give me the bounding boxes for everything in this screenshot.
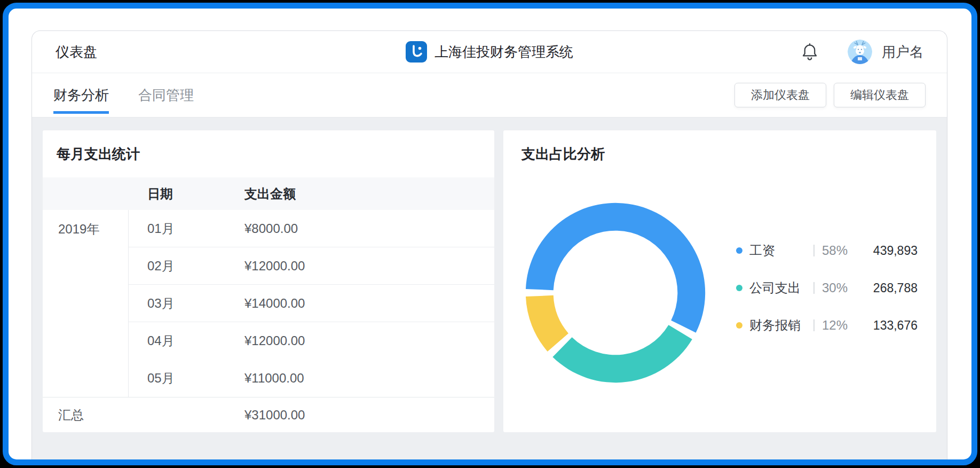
header-right: 用户名 (801, 40, 923, 64)
legend-item-finance-reimbursement[interactable]: 财务报销 12% 133,676 (736, 314, 918, 337)
cell-month: 01月 (147, 220, 244, 237)
brand: 上海佳投财务管理系统 (406, 41, 573, 63)
header: 仪表盘 上海佳投财务管理系统 (32, 31, 947, 73)
legend-value: 133,676 (873, 318, 918, 333)
summary-amount: ¥31000.00 (244, 408, 305, 423)
notification-bell-icon[interactable] (801, 42, 819, 61)
add-dashboard-button[interactable]: 添加仪表盘 (734, 83, 826, 107)
legend-divider (813, 319, 815, 331)
table-rows: 01月 ¥8000.00 02月 ¥12000.00 03月 ¥14000.00 (129, 210, 494, 397)
avatar[interactable] (848, 40, 872, 64)
legend-dot (736, 285, 742, 291)
legend-dot (736, 322, 742, 329)
app-logo-icon (406, 41, 427, 63)
tab-label: 财务分析 (53, 86, 109, 105)
summary-label: 汇总 (58, 407, 244, 424)
legend-percent: 30% (822, 280, 859, 295)
legend-label: 公司支出 (749, 279, 813, 297)
table-row: 05月 ¥11000.00 (129, 360, 494, 397)
page-title: 仪表盘 (56, 43, 97, 61)
monthly-expense-card: 每月支出统计 日期 支出金额 2019年 01月 ¥8000.00 02月 (43, 130, 494, 432)
cell-month: 02月 (147, 258, 244, 275)
dashboard-actions: 添加仪表盘 编辑仪表盘 (734, 83, 926, 107)
cell-amount: ¥14000.00 (244, 296, 305, 311)
content-area: 每月支出统计 日期 支出金额 2019年 01月 ¥8000.00 02月 (32, 117, 947, 459)
legend-label: 财务报销 (749, 317, 813, 334)
app-name: 上海佳投财务管理系统 (434, 43, 573, 61)
tabs: 财务分析 合同管理 (53, 73, 194, 117)
cell-amount: ¥11000.00 (244, 371, 304, 386)
username[interactable]: 用户名 (882, 43, 923, 61)
legend-value: 268,788 (873, 281, 918, 295)
legend-divider (813, 245, 815, 256)
legend-value: 439,893 (873, 244, 918, 258)
legend-item-company-expense[interactable]: 公司支出 30% 268,788 (736, 276, 918, 300)
table-header: 日期 支出金额 (43, 177, 494, 210)
chart-legend: 工资 58% 439,893 公司支出 30% 268,788 (736, 239, 918, 337)
legend-dot (736, 247, 742, 254)
tab-contract-management[interactable]: 合同管理 (138, 73, 194, 117)
table-row: 02月 ¥12000.00 (129, 247, 494, 285)
summary-row: 汇总 ¥31000.00 (43, 397, 494, 432)
legend-item-salary[interactable]: 工资 58% 439,893 (736, 239, 918, 262)
column-header-amount: 支出金额 (244, 185, 296, 202)
year-cell: 2019年 (43, 210, 129, 397)
expense-ratio-card: 支出占比分析 工资 58% 439,893 公司支出 30% (503, 130, 936, 432)
legend-percent: 12% (822, 318, 859, 333)
cell-amount: ¥8000.00 (244, 221, 298, 236)
table-body: 2019年 01月 ¥8000.00 02月 ¥12000.00 03月 ¥14 (43, 210, 494, 397)
cell-month: 04月 (147, 332, 244, 349)
card-title: 支出占比分析 (503, 130, 936, 163)
tab-financial-analysis[interactable]: 财务分析 (53, 73, 109, 117)
table-row: 01月 ¥8000.00 (129, 210, 494, 247)
cell-amount: ¥12000.00 (244, 259, 305, 274)
cell-amount: ¥12000.00 (244, 333, 305, 348)
table-row: 04月 ¥12000.00 (129, 322, 494, 360)
legend-label: 工资 (749, 242, 813, 259)
app-window: 仪表盘 上海佳投财务管理系统 (31, 30, 947, 459)
cell-month: 03月 (147, 295, 244, 312)
tab-label: 合同管理 (138, 86, 194, 105)
column-header-date: 日期 (147, 185, 244, 202)
edit-dashboard-button[interactable]: 编辑仪表盘 (834, 83, 926, 107)
card-title: 每月支出统计 (43, 130, 494, 177)
table-row: 03月 ¥14000.00 (129, 285, 494, 322)
tab-bar: 财务分析 合同管理 添加仪表盘 编辑仪表盘 (32, 73, 947, 117)
window-frame: 仪表盘 上海佳投财务管理系统 (3, 3, 977, 465)
donut-chart[interactable] (521, 199, 709, 387)
cell-month: 05月 (147, 370, 244, 387)
legend-divider (813, 282, 815, 294)
legend-percent: 58% (822, 243, 859, 258)
